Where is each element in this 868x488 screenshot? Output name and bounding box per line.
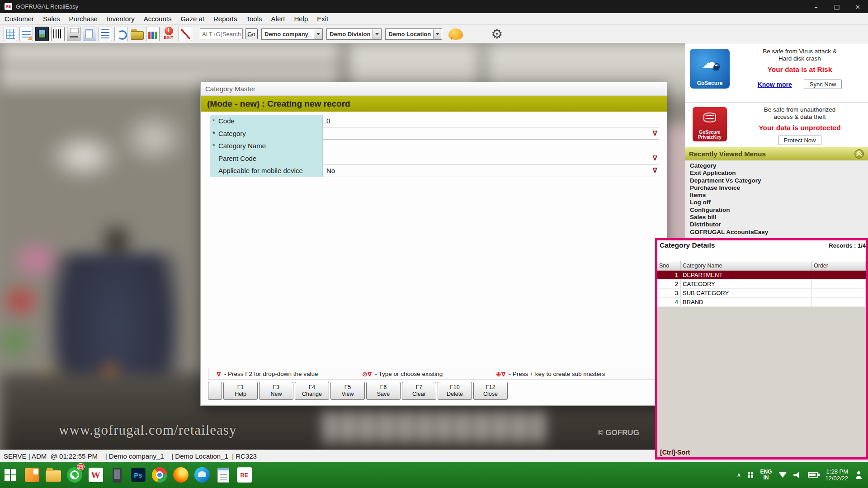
recent-menu-item[interactable]: Purchase Invoice bbox=[690, 184, 868, 192]
file-explorer-icon[interactable] bbox=[42, 462, 64, 488]
category-table-row[interactable]: 2 CATEGORY bbox=[657, 280, 866, 289]
dropdown-triangle-icon[interactable]: ∇ bbox=[653, 154, 657, 162]
category-table-row[interactable]: 1 DEPARTMENT bbox=[657, 271, 866, 280]
collapse-chevron-icon[interactable] bbox=[854, 149, 864, 159]
recent-menu-item[interactable]: Sales bill bbox=[690, 214, 868, 221]
category-table-row[interactable]: 4 BRAND bbox=[657, 298, 866, 307]
language-indicator[interactable]: ENG IN bbox=[760, 469, 772, 481]
report-icon[interactable] bbox=[99, 27, 112, 41]
function-key-button[interactable]: F4 Change bbox=[295, 382, 329, 400]
menu-item[interactable]: Tools bbox=[242, 15, 267, 23]
toolbar-dropdown[interactable]: Demo Division bbox=[326, 28, 382, 40]
protect-now-button[interactable]: Protect Now bbox=[778, 136, 822, 145]
function-key-button[interactable]: F7 Clear bbox=[402, 382, 436, 400]
recent-menu-item[interactable]: Exit Application bbox=[690, 169, 868, 177]
maximize-button[interactable]: □ bbox=[826, 0, 847, 13]
menu-item[interactable]: Sales bbox=[38, 15, 65, 23]
go-button[interactable]: Go bbox=[245, 28, 258, 39]
retaileasy-taskbar-icon[interactable]: RE bbox=[234, 462, 255, 488]
menu-item[interactable]: Alert bbox=[267, 15, 290, 23]
start-button[interactable] bbox=[0, 462, 21, 488]
recent-menu-item[interactable]: Log off bbox=[690, 199, 868, 206]
folder-icon[interactable] bbox=[130, 27, 144, 41]
filter-row[interactable] bbox=[657, 251, 866, 261]
function-key-button[interactable]: F3 New bbox=[259, 382, 293, 400]
dropdown-triangle-icon[interactable]: ∇ bbox=[653, 129, 657, 137]
column-header-order[interactable]: Order bbox=[812, 261, 866, 270]
dropdown-arrow-icon[interactable] bbox=[314, 29, 322, 39]
edit-document-icon[interactable] bbox=[19, 27, 33, 41]
global-search-input[interactable] bbox=[200, 28, 243, 39]
line-chart-icon[interactable] bbox=[179, 27, 192, 41]
notepad-icon[interactable] bbox=[212, 462, 234, 488]
menu-item[interactable]: Purchase bbox=[65, 15, 102, 23]
settings-gear-icon[interactable]: ⚙ bbox=[491, 27, 503, 41]
menu-item[interactable]: Help bbox=[289, 15, 312, 23]
field-input[interactable]: ∇ bbox=[323, 152, 659, 165]
item-image-icon[interactable] bbox=[35, 27, 49, 41]
document-refresh-icon[interactable] bbox=[114, 27, 128, 41]
table-grid-icon[interactable] bbox=[4, 27, 17, 41]
field-input[interactable]: ∇ bbox=[323, 127, 659, 140]
printer-icon[interactable] bbox=[67, 27, 80, 41]
w-app-icon[interactable]: W bbox=[85, 462, 106, 488]
status-text: SERVE | ADM @ 01:22:55 PM | Demo company… bbox=[0, 452, 257, 460]
tray-apps-icon[interactable] bbox=[748, 472, 753, 478]
dropdown-arrow-icon[interactable] bbox=[433, 29, 441, 39]
dropdown-triangle-icon[interactable]: ∇ bbox=[653, 166, 657, 174]
privatekey-line2: access & data theft bbox=[734, 113, 865, 121]
sync-now-button[interactable]: Sync Now bbox=[804, 80, 842, 89]
toolbar-dropdown[interactable]: Demo company_ bbox=[261, 28, 323, 40]
battery-icon[interactable] bbox=[808, 472, 818, 478]
menu-item[interactable]: Customer bbox=[0, 15, 38, 23]
edge-icon[interactable] bbox=[191, 462, 212, 488]
blank-button[interactable] bbox=[208, 382, 222, 400]
privatekey-banner: GoSecurePrivateKey Be safe from unauthor… bbox=[685, 103, 868, 147]
category-table-row[interactable]: 3 SUB CATEGORY bbox=[657, 289, 866, 298]
column-header-category-name[interactable]: Category Name bbox=[681, 261, 812, 270]
recent-menu-item[interactable]: Configuration bbox=[690, 206, 868, 214]
function-key-button[interactable]: F6 Save bbox=[366, 382, 401, 400]
document-app-icon[interactable] bbox=[21, 462, 42, 488]
field-input[interactable]: ∇ bbox=[323, 140, 659, 152]
print-preview-icon[interactable] bbox=[83, 27, 96, 41]
bar-chart-icon[interactable] bbox=[146, 27, 160, 41]
chat-bubble-icon[interactable] bbox=[448, 28, 463, 40]
function-key-button[interactable]: F10 Delete bbox=[438, 382, 472, 400]
function-key-button[interactable]: F12 Close bbox=[473, 382, 508, 400]
recent-menu-item[interactable]: Category bbox=[690, 162, 868, 169]
phone-app-icon[interactable] bbox=[106, 462, 127, 488]
wifi-icon[interactable] bbox=[778, 472, 787, 478]
recent-menu-item[interactable]: GOFRUGAL AccountsEasy bbox=[690, 229, 868, 236]
toolbar-dropdown[interactable]: Demo Location bbox=[385, 28, 442, 40]
close-button[interactable]: × bbox=[847, 0, 868, 13]
barcode-icon[interactable] bbox=[51, 27, 65, 41]
recent-menu-item[interactable]: Distributor bbox=[690, 221, 868, 228]
function-key-button[interactable]: F5 View bbox=[330, 382, 365, 400]
chrome-icon[interactable] bbox=[149, 462, 170, 488]
recent-menu-item[interactable]: Items bbox=[690, 192, 868, 199]
field-input[interactable]: 0 ∇ bbox=[323, 115, 659, 127]
gosecure-line2: Hard disk crash bbox=[734, 55, 865, 62]
menu-item[interactable]: Inventory bbox=[102, 15, 139, 23]
firefox-icon[interactable] bbox=[170, 462, 191, 488]
clock[interactable]: 1:28 PM 12/02/22 bbox=[825, 468, 848, 482]
recent-menu-item[interactable]: Department Vs Category bbox=[690, 177, 868, 184]
volume-icon[interactable] bbox=[793, 472, 801, 478]
dropdown-arrow-icon[interactable] bbox=[373, 29, 381, 39]
column-header-sno[interactable]: Sno bbox=[657, 261, 681, 270]
field-input[interactable]: No ∇ bbox=[323, 164, 659, 177]
photoshop-icon[interactable]: Ps bbox=[127, 462, 149, 488]
know-more-link[interactable]: Know more bbox=[758, 81, 792, 88]
whatsapp-icon[interactable]: 25 bbox=[64, 462, 85, 488]
menu-item[interactable]: Accounts bbox=[139, 15, 176, 23]
tray-chevron-icon[interactable]: ∧ bbox=[736, 471, 741, 479]
menu-item[interactable]: Exit bbox=[312, 15, 333, 23]
exit-power-icon[interactable]: EXIT bbox=[162, 27, 175, 41]
function-key-button[interactable]: F1 Help bbox=[223, 382, 258, 400]
menu-item[interactable]: Gaze at bbox=[176, 15, 209, 23]
minimize-button[interactable]: – bbox=[806, 0, 826, 13]
notification-icon[interactable] bbox=[855, 471, 863, 479]
hint-item: ⊕∇ - Press + key to create sub masters bbox=[496, 368, 605, 380]
menu-item[interactable]: Reports bbox=[209, 15, 242, 23]
